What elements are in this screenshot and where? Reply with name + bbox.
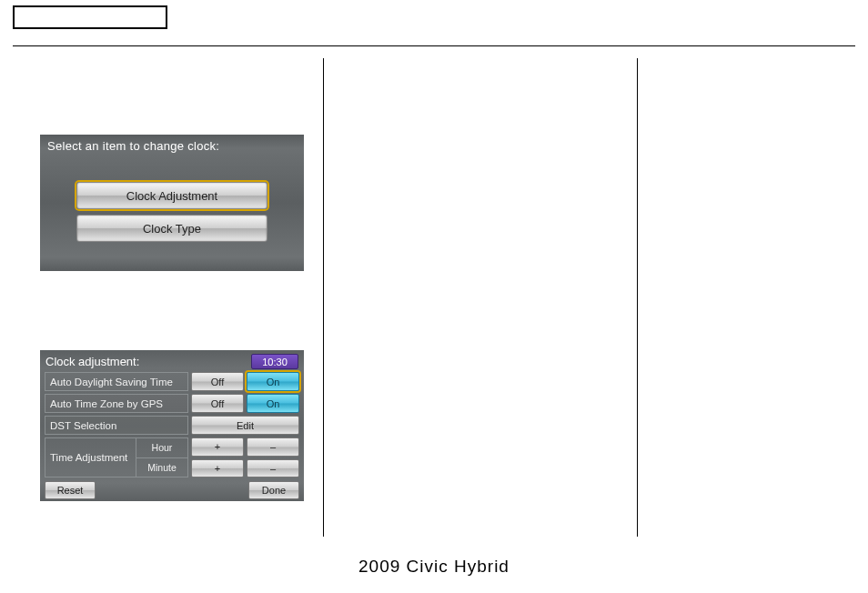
done-button[interactable]: Done [248,481,299,499]
hour-minus-button[interactable]: – [247,437,299,457]
clock-adjustment-title: Clock adjustment: [45,355,139,368]
auto-dst-on-button[interactable]: On [247,372,299,391]
column-separator-1 [323,58,324,537]
hour-plus-button[interactable]: + [191,437,244,457]
dst-edit-button[interactable]: Edit [191,416,299,435]
clock-adjustment-button[interactable]: Clock Adjustment [76,182,267,209]
auto-timezone-off-button[interactable]: Off [191,394,244,413]
time-adjustment-label: Time Adjustment [45,437,136,477]
minute-minus-button[interactable]: – [247,459,299,478]
clock-time-badge: 10:30 [251,354,298,369]
horizontal-rule [13,45,855,46]
clock-adjustment-screen: Clock adjustment: 10:30 Auto Daylight Sa… [40,350,304,501]
dst-selection-label: DST Selection [45,416,188,435]
reset-button[interactable]: Reset [45,481,96,499]
minute-label: Minute [136,458,188,478]
auto-timezone-label: Auto Time Zone by GPS [45,394,188,413]
hour-label: Hour [136,437,188,458]
auto-dst-label: Auto Daylight Saving Time [45,372,188,391]
auto-timezone-on-button[interactable]: On [247,394,299,413]
column-separator-2 [637,58,638,537]
auto-dst-off-button[interactable]: Off [191,372,244,391]
clock-menu-title: Select an item to change clock: [40,135,304,153]
clock-menu-screen: Select an item to change clock: Clock Ad… [40,135,304,271]
minute-plus-button[interactable]: + [191,459,244,478]
page-footer-text: 2009 Civic Hybrid [0,557,868,577]
clock-type-button[interactable]: Clock Type [76,215,267,242]
top-blank-box [13,5,167,29]
